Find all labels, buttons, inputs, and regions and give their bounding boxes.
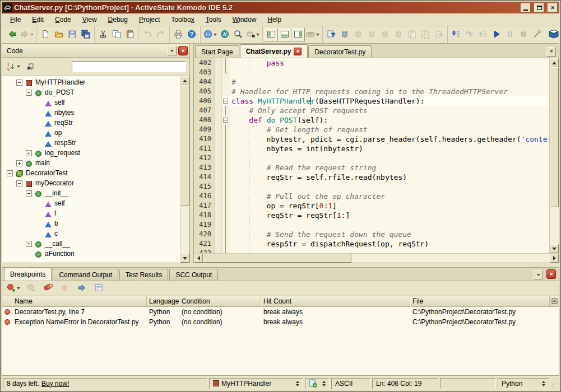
tree-item-decoratortest[interactable]: DecoratorTest bbox=[2, 168, 180, 178]
help-button[interactable]: ? bbox=[185, 28, 198, 41]
code-line-406[interactable]: 406class MyHTTPHandler(BaseHTTPRequestHa… bbox=[194, 96, 549, 106]
tree-item-dopost[interactable]: do_POST bbox=[2, 87, 180, 97]
expand-icon[interactable] bbox=[16, 160, 22, 166]
breakpoint-margin[interactable] bbox=[215, 96, 222, 106]
tree-item-afunction[interactable]: aFunction bbox=[2, 249, 180, 259]
fold-collapse-icon[interactable] bbox=[222, 96, 230, 106]
add-breakpoint-button[interactable] bbox=[6, 282, 21, 295]
breakpoint-margin[interactable] bbox=[215, 58, 222, 68]
pane-right-button[interactable] bbox=[291, 28, 305, 41]
delete-all-breakpoints-button[interactable] bbox=[41, 282, 55, 295]
code-line-403[interactable]: 403 bbox=[194, 68, 549, 77]
menu-tools[interactable]: Tools bbox=[201, 14, 226, 25]
tree-item-call[interactable]: __call__ bbox=[2, 239, 180, 249]
save-all-button[interactable] bbox=[79, 28, 92, 41]
tree-item-init[interactable]: __init__ bbox=[2, 188, 180, 198]
collapse-icon[interactable] bbox=[16, 80, 22, 86]
tree-item-mydecorator[interactable]: myDecorator bbox=[2, 178, 180, 188]
stop-button[interactable] bbox=[517, 28, 530, 41]
breakpoint-margin[interactable] bbox=[215, 163, 222, 172]
tab-list-button[interactable] bbox=[546, 47, 556, 57]
code-line-409[interactable]: 409 # Get length of request bbox=[194, 125, 549, 134]
open-button[interactable] bbox=[52, 28, 66, 41]
step-over-button[interactable] bbox=[463, 28, 476, 41]
code-line-405[interactable]: 405# Handler for HTTP requests coming in… bbox=[194, 87, 549, 96]
code-line-418[interactable]: 418 reqStr = reqStr[1:] bbox=[194, 211, 549, 220]
column-header-icon[interactable] bbox=[2, 296, 12, 306]
code-line-413[interactable]: 413 # Read the request string bbox=[194, 163, 549, 172]
editor-tab-start-page[interactable]: Start Page bbox=[195, 45, 239, 58]
code-line-415[interactable]: 415 bbox=[194, 182, 549, 192]
breakpoint-margin[interactable] bbox=[215, 230, 222, 239]
scc-diff-button[interactable] bbox=[405, 28, 419, 41]
code-line-421[interactable]: 421 respStr = dispatchRequest(op, reqStr… bbox=[194, 239, 549, 249]
find-button[interactable] bbox=[231, 28, 245, 41]
breakpoint-margin[interactable] bbox=[215, 172, 222, 182]
code-line-416[interactable]: 416 # Pull out the op character bbox=[194, 192, 549, 201]
menu-file[interactable]: File bbox=[5, 14, 26, 25]
bottom-tab-test-results[interactable]: Test Results bbox=[119, 269, 168, 281]
panel-close-button[interactable]: × bbox=[178, 46, 188, 55]
undo-button[interactable] bbox=[141, 28, 154, 41]
save-button[interactable] bbox=[66, 28, 79, 41]
code-line-408[interactable]: 408 def do_POST(self): bbox=[194, 115, 549, 125]
scc-revert-button[interactable] bbox=[392, 28, 405, 41]
scc-commit-button[interactable] bbox=[338, 28, 351, 41]
column-header-hit-count[interactable]: Hit Count bbox=[261, 296, 410, 306]
breakpoint-margin[interactable] bbox=[215, 220, 222, 230]
column-header-condition[interactable]: Condition bbox=[179, 296, 261, 306]
code-line-404[interactable]: 404# bbox=[194, 77, 549, 87]
tree-item-reqstr[interactable]: reqStr bbox=[2, 118, 180, 128]
copy-button[interactable] bbox=[110, 28, 123, 41]
scc-checkout-button[interactable] bbox=[432, 28, 446, 41]
column-header-language[interactable]: Language bbox=[147, 296, 179, 306]
spinner-icon[interactable] bbox=[293, 381, 299, 386]
go-to-source-button[interactable] bbox=[75, 282, 89, 295]
komodo-logo-button[interactable] bbox=[547, 28, 560, 41]
code-line-422[interactable]: 422 bbox=[194, 249, 549, 253]
scroll-up-icon[interactable] bbox=[550, 58, 559, 67]
breakpoint-properties-button[interactable] bbox=[92, 282, 105, 295]
scroll-down-icon[interactable] bbox=[180, 254, 189, 263]
tree-item-f[interactable]: f bbox=[2, 208, 180, 218]
buy-now-link[interactable]: Buy now! bbox=[41, 380, 69, 388]
scc-update-button[interactable] bbox=[324, 28, 338, 41]
horizontal-splitter[interactable] bbox=[2, 263, 559, 267]
editor-hscrollbar[interactable] bbox=[194, 253, 559, 263]
code-editor[interactable]: 402 pass403404#405# Handler for HTTP req… bbox=[194, 58, 549, 253]
go-button[interactable] bbox=[490, 28, 503, 41]
breakpoint-margin[interactable] bbox=[215, 125, 222, 134]
breakpoint-margin[interactable] bbox=[215, 144, 222, 153]
pane-bottom-button[interactable] bbox=[278, 28, 291, 41]
delete-breakpoint-button[interactable] bbox=[25, 282, 38, 295]
cut-button[interactable] bbox=[96, 28, 110, 41]
breakpoint-margin[interactable] bbox=[215, 134, 222, 144]
scroll-up-icon[interactable] bbox=[180, 76, 189, 85]
breakpoint-margin[interactable] bbox=[215, 182, 222, 192]
scrollbar-thumb[interactable] bbox=[550, 67, 559, 207]
breakpoint-margin[interactable] bbox=[215, 249, 222, 253]
panel-menu-button[interactable] bbox=[534, 270, 543, 279]
column-picker-button[interactable] bbox=[550, 296, 559, 306]
collapse-icon[interactable] bbox=[7, 170, 13, 176]
encoding-status[interactable]: ASCII bbox=[331, 378, 370, 389]
scc-add-button[interactable] bbox=[351, 28, 365, 41]
browser-button[interactable] bbox=[202, 28, 218, 41]
breakpoint-margin[interactable] bbox=[215, 239, 222, 249]
bottom-tab-command-output[interactable]: Command Output bbox=[53, 269, 118, 281]
paste-button[interactable] bbox=[123, 28, 137, 41]
language-selector[interactable]: Python bbox=[498, 378, 549, 389]
code-line-407[interactable]: 407 # Only accept POST requests bbox=[194, 106, 549, 115]
step-in-button[interactable] bbox=[449, 28, 463, 41]
breakpoint-row[interactable]: Exception NameError in DecoratorTest.pyP… bbox=[2, 317, 559, 327]
breakpoint-margin[interactable] bbox=[215, 77, 222, 87]
scc-history-button[interactable] bbox=[419, 28, 432, 41]
menu-project[interactable]: Project bbox=[134, 14, 165, 25]
expand-icon[interactable] bbox=[26, 150, 32, 156]
code-line-419[interactable]: 419 bbox=[194, 220, 549, 230]
menu-debug[interactable]: Debug bbox=[103, 14, 133, 25]
menu-view[interactable]: View bbox=[77, 14, 102, 25]
spinner-icon[interactable] bbox=[319, 381, 326, 386]
current-symbol-selector[interactable]: MyHTTPHandler bbox=[209, 378, 303, 389]
code-line-417[interactable]: 417 op = reqStr[0:1] bbox=[194, 201, 549, 211]
